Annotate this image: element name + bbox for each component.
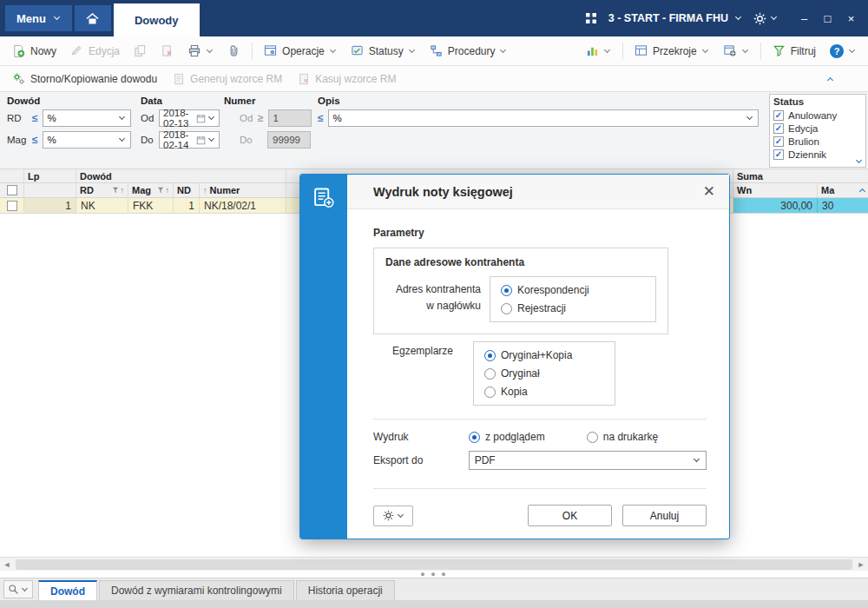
funnel-icon [773,44,786,57]
sections-button[interactable]: Przekroje [628,40,715,62]
procedures-button[interactable]: Procedury [424,40,514,62]
status-option-brulion[interactable]: Brulion [773,135,862,148]
radio-kopia[interactable]: Kopia [484,386,604,398]
radio-unselected-icon [484,368,496,380]
attachment-button[interactable] [221,40,247,62]
header-group-sum[interactable]: Suma [733,169,868,182]
col-mag-label: Mag [132,185,151,195]
copy-button[interactable] [128,40,153,62]
scroll-right-button[interactable]: ► [854,558,868,571]
edit-button-label: Edycja [89,45,120,57]
chart-button[interactable] [580,40,617,62]
calendar-icon [196,135,206,145]
print-report-icon [312,186,336,210]
col-mag-icons[interactable]: ↑ [157,186,170,195]
sort-asc-icon: ↑ [166,186,170,195]
header-col-mag[interactable]: Mag ↑ [128,183,174,197]
date-to-input[interactable]: 2018-02-14 [159,131,220,149]
edit-button[interactable]: Edycja [64,40,126,62]
radio-label: Oryginał [501,367,540,380]
header-select-all[interactable] [0,183,24,197]
radio-z-podgladem[interactable]: z podglądem [469,431,545,443]
mag-combo[interactable]: % [43,131,131,149]
col-rd-icons[interactable]: ↑ [112,186,125,195]
new-button[interactable]: Nowy [6,40,62,62]
scroll-left-button[interactable]: ◄ [0,558,14,571]
status-option-edycja[interactable]: Edycja [773,122,862,135]
maximize-button[interactable]: □ [816,7,839,30]
radio-oryginal[interactable]: Oryginał [484,367,604,380]
row-select-cell[interactable] [0,198,24,213]
description-combo[interactable]: % [328,109,759,127]
header-col-number[interactable]: ↑ Numer [200,183,286,197]
description-operator-button[interactable]: ≤ [318,112,324,124]
chevron-down-icon [735,15,742,22]
minimize-button[interactable]: – [792,7,816,30]
dialog-sidebar [300,175,347,539]
status-option-dziennik[interactable]: Dziennik [773,148,862,161]
radio-na-drukarke[interactable]: na drukarkę [587,431,658,443]
col-number-icons[interactable]: ↑ [203,186,207,195]
cancel-button[interactable]: Anuluj [622,505,707,526]
ok-button[interactable]: OK [528,505,612,526]
dialog-footer: OK Anuluj [373,505,707,526]
header-col-nd[interactable]: ND [174,183,200,197]
view-search-button[interactable] [3,580,33,598]
print-button[interactable] [181,40,220,62]
settings-button[interactable] [753,12,778,25]
scrollbar-thumb[interactable] [16,559,852,570]
delete-rm-button[interactable]: Kasuj wzorce RM [292,69,402,89]
rd-combo[interactable]: % [43,109,131,127]
generate-rm-button[interactable]: Generuj wzorce RM [167,69,288,89]
operations-label: Operacje [282,45,325,57]
help-button[interactable]: ? [824,40,862,63]
company-selector[interactable]: 3 - START - FIRMA FHU [608,12,742,24]
tab-dowody[interactable]: Dowody [114,3,200,36]
bottom-tab-historia[interactable]: Historia operacji [296,580,395,600]
view-settings-button[interactable] [717,40,755,62]
rd-operator-button[interactable]: ≤ [32,112,38,124]
home-button[interactable] [75,5,111,31]
statuses-button[interactable]: Statusy [345,40,422,62]
collapse-filter-panel-button[interactable] [823,71,838,87]
radio-oryginal-kopia[interactable]: Oryginał+Kopia [484,349,604,361]
dialog-settings-button[interactable] [373,506,413,526]
bottom-tab-wymiary[interactable]: Dowód z wymiarami kontrolingowymi [99,580,294,600]
horizontal-scrollbar[interactable]: ◄ ► [0,557,868,571]
menu-button[interactable]: Menu [5,5,72,31]
status-scroll-down-button[interactable] [856,158,863,165]
dialog-close-button[interactable]: ✕ [703,184,715,199]
number-from-input[interactable]: 1 [268,109,312,127]
radio-label: Korespondencji [517,284,589,296]
radio-korespondencji[interactable]: Korespondencji [501,284,645,296]
pane-splitter-handle[interactable]: ● ● ● [0,571,868,578]
menu-label: Menu [16,12,46,25]
row-number-cell: NK/18/02/1 [200,198,286,213]
header-col-rd[interactable]: RD ↑ [76,183,128,197]
radio-rejestracji[interactable]: Rejestracji [501,302,645,314]
bottom-tab-dowod[interactable]: Dowód [38,580,97,600]
operations-button[interactable]: Operacje [258,40,343,62]
mag-operator-button[interactable]: ≤ [32,134,38,146]
delete-rm-label: Kasuj wzorce RM [315,73,396,85]
sort-asc-icon: ↑ [121,186,125,195]
dialog-separator [373,419,707,420]
gear-icon [383,510,394,521]
apps-grid-icon[interactable] [585,12,597,24]
storno-button[interactable]: Storno/Kopiowanie dowodu [6,68,163,89]
delete-button[interactable] [155,40,180,62]
close-button[interactable]: × [839,7,863,30]
window-controls: – □ × [792,7,863,30]
header-lp[interactable]: Lp [24,169,76,182]
date-from-input[interactable]: 2018-02-13 [159,109,220,127]
header-col-wn[interactable]: Wn [733,183,818,197]
number-to-input[interactable]: 99999 [267,131,311,149]
status-option-anulowany[interactable]: Anulowany [773,109,862,122]
collapse-sum-panel-button[interactable] [859,187,866,194]
chevron-down-icon [771,15,778,22]
filter-button[interactable]: Filtruj [766,40,822,62]
export-select[interactable]: PDF [469,451,707,470]
main-toolbar: Nowy Edycja Operacje Statusy Procedury [0,36,868,66]
header-group-document[interactable]: Dowód [76,169,286,182]
rd-label: RD [7,113,28,123]
